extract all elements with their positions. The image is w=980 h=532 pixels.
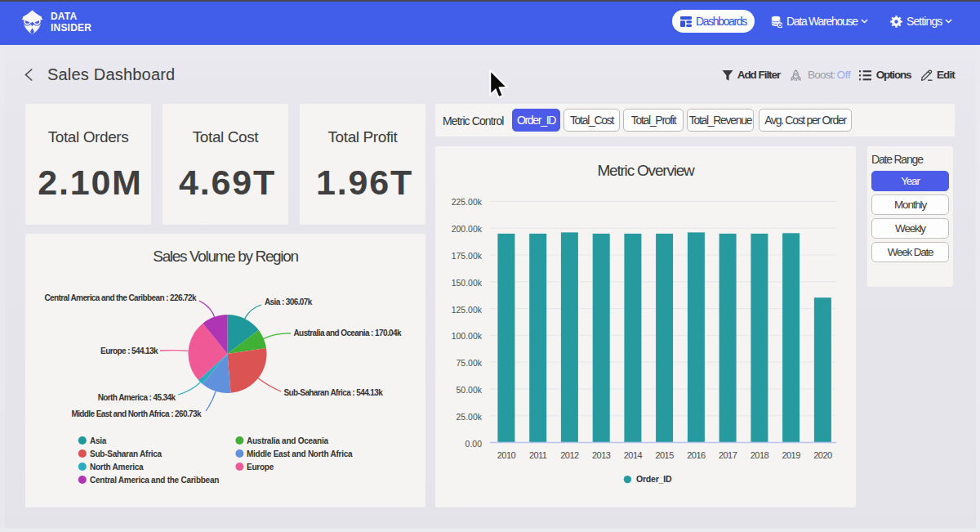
svg-text:2011: 2011 <box>529 450 547 460</box>
svg-text:2016: 2016 <box>687 450 706 460</box>
svg-text:2017: 2017 <box>719 450 737 460</box>
svg-text:North America: North America <box>90 463 144 472</box>
svg-text:Central America and the Caribb: Central America and the Caribbean : 226.… <box>44 293 197 302</box>
svg-text:North America : 45.34k: North America : 45.34k <box>98 393 176 402</box>
svg-text:175.00k: 175.00k <box>452 251 483 261</box>
svg-text:2013: 2013 <box>592 450 611 460</box>
svg-text:200.00k: 200.00k <box>452 224 483 234</box>
svg-text:2014: 2014 <box>624 450 643 460</box>
svg-text:0.00: 0.00 <box>466 439 483 449</box>
svg-text:Australia and Oceania : 170.04: Australia and Oceania : 170.04k <box>294 329 403 338</box>
svg-text:225.00k: 225.00k <box>452 197 483 207</box>
svg-text:2019: 2019 <box>782 450 800 460</box>
svg-text:2012: 2012 <box>560 450 579 460</box>
svg-text:Middle East and North Africa: Middle East and North Africa <box>247 449 353 458</box>
svg-text:Central America and the Caribb: Central America and the Caribbean <box>90 476 219 485</box>
svg-text:2018: 2018 <box>751 450 769 460</box>
svg-text:Asia: Asia <box>90 436 107 445</box>
svg-text:Asia : 306.07k: Asia : 306.07k <box>265 297 313 306</box>
svg-text:125.00k: 125.00k <box>452 305 483 315</box>
svg-text:Europe : 544.13k: Europe : 544.13k <box>100 346 158 355</box>
svg-text:75.00k: 75.00k <box>456 358 482 368</box>
svg-text:50.00k: 50.00k <box>456 385 482 395</box>
svg-text:Sub-Saharan Africa : 544.13k: Sub-Saharan Africa : 544.13k <box>284 388 384 397</box>
svg-text:150.00k: 150.00k <box>452 278 483 288</box>
svg-text:25.00k: 25.00k <box>456 412 482 422</box>
svg-text:2010: 2010 <box>497 450 516 460</box>
svg-text:Sub-Saharan Africa: Sub-Saharan Africa <box>90 449 163 458</box>
svg-text:Middle East and North Africa :: Middle East and North Africa : 260.73k <box>71 409 202 418</box>
svg-text:2020: 2020 <box>813 450 832 460</box>
svg-text:2015: 2015 <box>655 450 674 460</box>
svg-text:Europe: Europe <box>247 463 274 472</box>
svg-text:Order_ID: Order_ID <box>636 474 672 484</box>
svg-text:100.00k: 100.00k <box>452 331 483 341</box>
svg-text:Australia and Oceania: Australia and Oceania <box>247 436 328 445</box>
